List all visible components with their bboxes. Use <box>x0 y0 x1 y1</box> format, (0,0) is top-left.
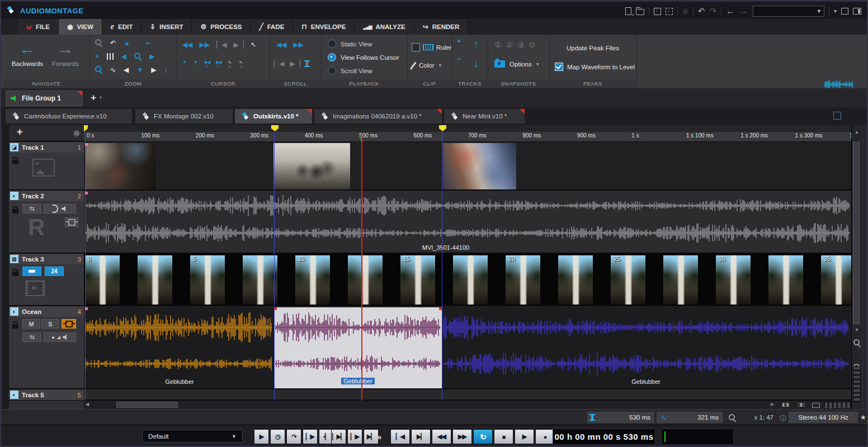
doc-tab-outskirts[interactable]: Outskirts.v10 * <box>235 109 312 123</box>
cursor-wave-left-icon[interactable]: ∿← <box>228 60 232 68</box>
mute-button[interactable]: M <box>22 319 40 329</box>
timeline-ruler[interactable]: 0 s100 ms200 ms300 ms400 ms500 ms600 ms7… <box>84 132 851 142</box>
zoom-fit-icon[interactable]: + <box>95 53 99 60</box>
track-1-title-bar[interactable]: ◪ Track 1 1 <box>9 142 84 153</box>
play-button[interactable]: ▶ <box>515 429 534 444</box>
doc-tab-fx-montage[interactable]: FX Montage 002.v10 <box>135 109 233 123</box>
map-waveform-checkbox-row[interactable]: Map Waveform to Level <box>555 63 635 71</box>
playback-cursor-line[interactable] <box>361 135 362 401</box>
clip-handle[interactable] <box>85 143 88 146</box>
lock-icon[interactable] <box>12 324 18 329</box>
scroll-up-arrow[interactable]: ▲ <box>855 130 859 135</box>
audio-clip-geblubber-1[interactable]: Geblubber <box>85 307 274 388</box>
scroll-view-radio-circle[interactable] <box>328 66 336 75</box>
snapshot-1-icon[interactable]: ① <box>494 40 502 49</box>
transport-expand-icon[interactable]: » <box>377 432 381 441</box>
lock-icon[interactable] <box>12 272 18 276</box>
video-thumbnails-button[interactable] <box>22 267 41 276</box>
save-as-icon[interactable] <box>666 8 673 15</box>
combobox-dropdown-icon[interactable]: ▼ <box>817 8 822 14</box>
lock-icon[interactable] <box>12 160 18 164</box>
video-frame-thumbnail[interactable] <box>85 255 120 305</box>
play-from-anchor-button[interactable]: ▶ <box>254 429 269 444</box>
doc-tab-near-mint[interactable]: Near Mint.v10 * <box>444 109 525 123</box>
track-1-lane[interactable] <box>84 142 851 191</box>
video-frame-thumbnail[interactable] <box>558 255 593 305</box>
vertical-scroll-thumb[interactable] <box>853 142 860 324</box>
clip-handle[interactable] <box>439 307 442 310</box>
move-track-up-icon[interactable]: ↑ <box>473 38 479 51</box>
rewind-button[interactable]: ◀◀ <box>432 429 451 444</box>
open-file-icon[interactable] <box>636 9 644 15</box>
selection-length-field[interactable]: ∿ 321 ms <box>657 412 723 423</box>
left-gutter-scrollbar[interactable] <box>2 125 9 409</box>
tab-envelope[interactable]: ⊓ENVELOPE <box>293 19 355 35</box>
zoom-preset-overview-icon[interactable] <box>812 403 820 408</box>
snapshot-2-icon[interactable]: ② <box>506 40 513 49</box>
clip-handle[interactable] <box>85 307 88 310</box>
video-frame-thumbnail[interactable] <box>295 255 330 305</box>
horizontal-scrollbar[interactable]: ◀ ▶ ▮▯▮ ▯▮▯ <box>84 401 851 409</box>
vertical-zoom-in-icon[interactable] <box>853 339 861 346</box>
timeline-marker[interactable] <box>439 125 446 131</box>
track-3-lane[interactable]: 05101520253035 <box>84 254 851 306</box>
scroll-to-cursor-icon[interactable] <box>306 60 308 67</box>
doc-tab-imaginations[interactable]: Imaginations 04062019 a.v10 * <box>314 109 442 123</box>
view-follows-cursor-radio-circle[interactable] <box>328 53 336 61</box>
ruler-checkbox-row[interactable]: Ruler <box>412 43 451 51</box>
track-1-header[interactable]: ◪ Track 1 1 <box>9 142 84 191</box>
track-5-header[interactable]: ◐ Track 5 5 <box>9 389 84 401</box>
timed-playback-button[interactable]: ◷ <box>270 429 285 444</box>
zoom-columns-icon[interactable] <box>107 53 114 60</box>
zoom-out-vertical-icon[interactable]: ▲ <box>124 40 130 46</box>
clip-color-dropdown[interactable]: Color ▾ <box>413 61 442 69</box>
tab-process[interactable]: ⚙PROCESS <box>192 19 251 35</box>
snapshot-options-arrow-icon[interactable]: ▾ <box>536 61 539 67</box>
video-frame-thumbnail[interactable] <box>243 255 277 305</box>
scroll-down-arrow[interactable]: ▼ <box>855 327 859 332</box>
ruler-checkbox[interactable] <box>412 43 420 51</box>
track-5-lane[interactable] <box>84 389 851 401</box>
snapshot-3-icon[interactable]: ③ <box>517 40 525 49</box>
video-frame-thumbnail[interactable] <box>611 255 645 305</box>
snap-clip-end-icon[interactable]: ▶◀+ <box>216 60 220 68</box>
go-to-end-button[interactable]: ▶▏ <box>411 429 431 444</box>
static-view-radio-circle[interactable] <box>328 40 336 48</box>
zoom-time-icon[interactable] <box>95 66 102 73</box>
go-to-start-button[interactable]: ▏◀ <box>390 429 410 444</box>
scroll-right-arrow[interactable]: ▶ <box>771 402 774 407</box>
zoom-vertical-icon[interactable]: ↕ <box>164 66 167 73</box>
audio-clip-geblubber-3[interactable]: Geblubber <box>442 307 850 388</box>
cursor-wave-right-icon[interactable]: ∿→ <box>239 60 243 68</box>
routing-button[interactable]: ⇆ <box>22 332 41 342</box>
cursor-to-selection-start-icon[interactable]: ▼← <box>182 60 187 68</box>
quick-search-combobox[interactable]: ▼ <box>753 6 824 17</box>
picture-clip-1[interactable] <box>85 143 156 189</box>
scroll-left-arrow[interactable]: ◀ <box>86 402 89 407</box>
tab-edit[interactable]: eEDIT <box>102 19 141 35</box>
update-peak-files-button[interactable]: Update Peak Files <box>567 45 619 51</box>
edit-cursor-icon[interactable]: ↖ <box>251 41 256 48</box>
track-4-lane[interactable]: Geblubber Geblubber Geblubber <box>84 306 851 389</box>
pre-roll-button[interactable]: ↷ <box>286 429 301 444</box>
zoom-audio-icon[interactable]: ∿ <box>110 66 116 73</box>
video-frame-thumbnail[interactable] <box>821 255 851 305</box>
scroll-left-icon[interactable]: ▏◀ <box>274 60 284 67</box>
zoom-selection-icon[interactable] <box>95 39 102 46</box>
video-frame-thumbnail[interactable] <box>190 255 225 305</box>
video-frame-thumbnail[interactable] <box>716 255 751 305</box>
fast-forward-button[interactable]: ▶▶ <box>452 429 472 444</box>
cursor-previous-marker-icon[interactable]: ◀◀ <box>182 41 192 48</box>
video-frame-thumbnail[interactable] <box>663 255 698 305</box>
scroll-to-start-icon[interactable]: ◀◀ <box>276 41 286 48</box>
add-file-group-button[interactable]: + <box>91 92 96 103</box>
zoom-preset-half-icon[interactable]: ▯▮▯ <box>798 402 804 407</box>
timeline-marker[interactable] <box>84 125 88 131</box>
record-monitor-group[interactable]: ● ◢ <box>44 332 76 342</box>
play-from-start-button[interactable]: ▏▶ <box>347 429 362 444</box>
zoom-out-horizontal-icon[interactable]: ▶ <box>149 53 154 60</box>
lock-icon[interactable] <box>12 209 18 213</box>
snapshot-options-dropdown[interactable]: Options ▾ <box>494 60 539 68</box>
record-button[interactable]: ● <box>535 429 555 444</box>
video-frame-thumbnail[interactable] <box>506 255 540 305</box>
